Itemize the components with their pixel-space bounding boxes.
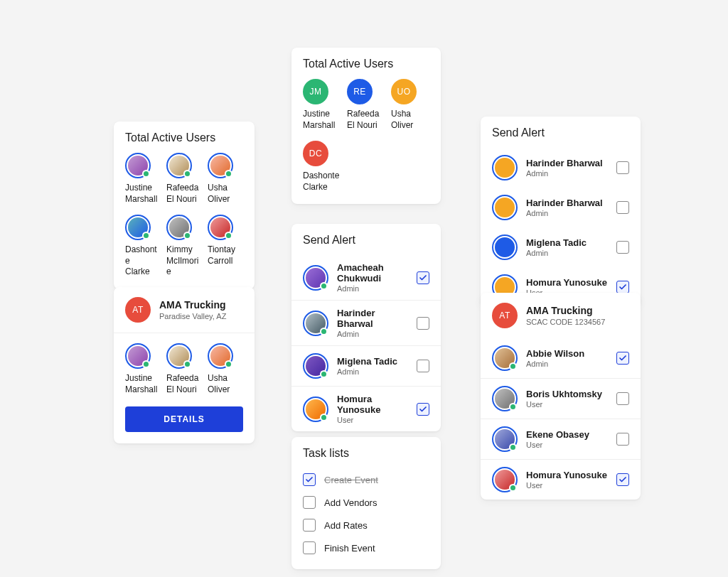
checkbox[interactable] xyxy=(303,519,316,532)
user-name: RafeedaEl Nouri xyxy=(347,109,379,131)
list-row: Harinder Bharwal Admin xyxy=(481,148,641,188)
avatar-photo xyxy=(166,343,192,369)
row-name: Amacheah Chukwudi xyxy=(337,262,408,284)
avatar-photo xyxy=(208,153,233,178)
checkbox[interactable] xyxy=(616,201,629,214)
checkbox[interactable] xyxy=(616,161,629,174)
avatar-photo xyxy=(125,153,151,178)
status-online-icon xyxy=(320,414,328,421)
user-name: DashonteClarke xyxy=(125,244,161,278)
checkbox[interactable] xyxy=(616,473,629,486)
row-name: Miglena Tadic xyxy=(337,356,408,367)
checkbox[interactable] xyxy=(417,317,429,330)
task-label: Finish Event xyxy=(324,543,375,554)
checkbox[interactable] xyxy=(303,473,316,486)
checkbox[interactable] xyxy=(616,352,629,365)
user-cell[interactable]: DC DashonteClarke xyxy=(303,141,341,193)
user-cell[interactable]: UshaOliver xyxy=(208,153,243,205)
checkbox[interactable] xyxy=(616,433,629,446)
row-name: Abbie Wilson xyxy=(526,348,608,359)
company-header: AT AMA Trucking Paradise Valley, AZ xyxy=(114,287,255,333)
row-name: Boris Ukhtomsky xyxy=(526,389,608,399)
user-name: KimmyMcIlmorie xyxy=(166,244,202,278)
alert-list: Amacheah Chukwudi Admin Harinder Bharwal… xyxy=(291,255,441,431)
company-subtitle: Paradise Valley, AZ xyxy=(159,312,226,320)
status-online-icon xyxy=(142,360,150,368)
row-role: User xyxy=(337,416,408,424)
row-role: Admin xyxy=(526,249,608,257)
avatar-initials: DC xyxy=(303,141,328,166)
list-row: Ekene Obasey User xyxy=(481,419,641,459)
card-title: Total Active Users xyxy=(114,122,255,153)
row-role: User xyxy=(526,481,608,490)
avatar-photo xyxy=(303,397,328,422)
task-row: Add Rates xyxy=(303,514,429,536)
company-scac-card: AT AMA Trucking SCAC CODE 1234567 Abbie … xyxy=(481,293,641,500)
user-name: DashonteClarke xyxy=(303,171,339,193)
avatar-initials: JM xyxy=(303,79,328,104)
user-name: UshaOliver xyxy=(208,183,230,205)
status-online-icon xyxy=(183,170,191,178)
avatar-photo xyxy=(208,343,233,369)
user-name: RafeedaEl Nouri xyxy=(166,183,198,205)
row-role: Admin xyxy=(526,169,608,178)
row-role: Admin xyxy=(526,209,608,217)
list-row: Harinder Bharwal Admin xyxy=(291,300,441,345)
status-online-icon xyxy=(225,360,232,368)
checkbox[interactable] xyxy=(616,281,629,293)
details-button[interactable]: DETAILS xyxy=(125,406,243,432)
checkbox[interactable] xyxy=(303,541,316,554)
list-row: Amacheah Chukwudi Admin xyxy=(291,255,441,300)
active-users-card-initials: Total Active Users JM JustineMarshall RE… xyxy=(291,48,441,204)
list-row: Miglena Tadic Admin xyxy=(481,227,641,267)
company-badge: AT xyxy=(492,303,518,328)
avatar-initials: RE xyxy=(347,79,373,104)
row-name: Homura Yunosuke xyxy=(526,277,608,288)
row-role: User xyxy=(526,400,608,409)
user-cell[interactable]: UO UshaOliver xyxy=(391,79,429,131)
user-cell[interactable]: RE RafeedaEl Nouri xyxy=(347,79,385,131)
alert-list: Abbie Wilson Admin Boris Ukhtomsky User xyxy=(481,338,641,500)
user-name: JustineMarshall xyxy=(125,183,157,205)
task-row: Add Vendors xyxy=(303,491,429,514)
user-cell[interactable]: UshaOliver xyxy=(208,343,243,395)
user-cell[interactable]: TiontayCarroll xyxy=(208,215,243,278)
status-online-icon xyxy=(142,170,150,178)
avatar-photo xyxy=(166,153,192,178)
user-name: UshaOliver xyxy=(208,373,230,395)
send-alert-card: Send Alert Amacheah Chukwudi Admin Harin… xyxy=(291,224,441,431)
checkbox[interactable] xyxy=(417,360,429,372)
avatar-photo xyxy=(492,426,518,452)
row-name: Harinder Bharwal xyxy=(337,308,408,329)
row-name: Harinder Bharwal xyxy=(526,158,608,168)
company-header: AT AMA Trucking SCAC CODE 1234567 xyxy=(481,293,641,338)
checkbox[interactable] xyxy=(417,403,429,416)
checkbox[interactable] xyxy=(616,392,629,405)
row-name: Harinder Bharwal xyxy=(526,198,608,208)
status-online-icon xyxy=(183,360,191,368)
user-cell[interactable]: RafeedaEl Nouri xyxy=(166,343,202,395)
user-cell[interactable]: JM JustineMarshall xyxy=(303,79,341,131)
checkbox[interactable] xyxy=(303,496,316,509)
list-row: Harinder Bharwal Admin xyxy=(481,188,641,227)
checkbox[interactable] xyxy=(417,271,429,284)
company-details-card: AT AMA Trucking Paradise Valley, AZ Just… xyxy=(114,287,255,443)
task-list-card: Task lists Create Event Add Vendors Add … xyxy=(291,437,441,569)
row-name: Homura Yunosuke xyxy=(337,394,408,415)
user-cell[interactable]: DashonteClarke xyxy=(125,215,161,278)
checkbox[interactable] xyxy=(616,241,629,254)
status-online-icon xyxy=(509,484,517,492)
status-online-icon xyxy=(225,170,232,178)
status-online-icon xyxy=(183,232,191,239)
company-badge: AT xyxy=(125,297,151,323)
user-cell[interactable]: RafeedaEl Nouri xyxy=(166,153,202,205)
status-online-icon xyxy=(320,282,328,290)
user-cell[interactable]: JustineMarshall xyxy=(125,153,161,205)
avatar-grid: JM JustineMarshall RE RafeedaEl Nouri UO… xyxy=(291,79,441,204)
user-cell[interactable]: KimmyMcIlmorie xyxy=(166,215,202,278)
avatar-photo xyxy=(303,265,328,291)
avatar-initials: UO xyxy=(391,79,417,104)
user-cell[interactable]: JustineMarshall xyxy=(125,343,161,395)
avatar-photo xyxy=(303,311,328,336)
user-name: UshaOliver xyxy=(391,109,413,131)
